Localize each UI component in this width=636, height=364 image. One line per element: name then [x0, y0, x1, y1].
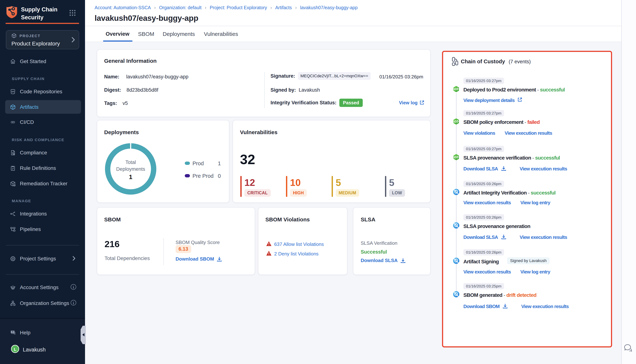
svg-text:?: ?	[12, 331, 13, 333]
